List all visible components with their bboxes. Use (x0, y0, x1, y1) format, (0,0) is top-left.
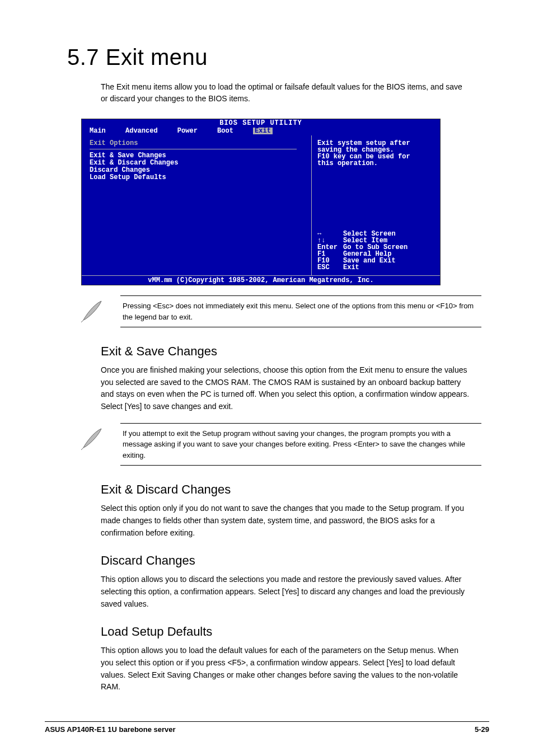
section-heading: 5.7 Exit menu (67, 45, 489, 70)
paragraph-exit-discard: Select this option only if you do not wa… (101, 503, 470, 539)
bios-options-header: Exit Options (90, 140, 306, 147)
footer-page-number: 5-29 (475, 725, 489, 734)
bios-left-panel: Exit Options Exit & Save Changes Exit & … (82, 135, 311, 275)
bios-tab-power: Power (177, 128, 198, 134)
bios-divider (90, 149, 297, 149)
bios-tab-main: Main (90, 128, 106, 134)
bios-tabs: Main Advanced Power Boot Exit (82, 127, 440, 135)
subheading-exit-discard: Exit & Discard Changes (101, 482, 489, 497)
note-block-1: Pressing <Esc> does not immediately exit… (120, 295, 481, 327)
bios-tab-advanced: Advanced (125, 128, 158, 134)
paragraph-exit-save: Once you are finished making your select… (101, 364, 470, 413)
subheading-defaults: Load Setup Defaults (101, 624, 489, 639)
bios-item-save: Exit & Save Changes (90, 152, 306, 159)
bios-key-legend: ↔Select Screen ↑↓Select Item EnterGo to … (317, 231, 435, 271)
note-block-2: If you attempt to exit the Setup program… (120, 423, 481, 466)
bios-right-panel: Exit system setup after saving the chang… (311, 135, 440, 275)
bios-tab-boot: Boot (217, 128, 233, 134)
bios-item-defaults: Load Setup Defaults (90, 174, 306, 181)
quill-pen-icon (80, 299, 105, 323)
page-footer: ASUS AP140R-E1 1U barebone server 5-29 (45, 721, 489, 734)
paragraph-defaults: This option allows you to load the defau… (101, 645, 470, 693)
bios-item-discard: Discard Changes (90, 167, 306, 173)
intro-paragraph: The Exit menu items allow you to load th… (101, 81, 470, 105)
note-text-2: If you attempt to exit the Setup program… (120, 424, 481, 466)
bios-tab-exit-selected: Exit (253, 128, 273, 134)
bios-title: BIOS SETUP UTILITY (82, 119, 440, 127)
quill-pen-icon (80, 426, 105, 451)
subheading-discard: Discard Changes (101, 553, 489, 568)
help-line: this operation. (317, 160, 435, 167)
key-desc: Exit (343, 264, 359, 271)
key: ESC (317, 264, 343, 271)
bios-item-discard-exit: Exit & Discard Changes (90, 159, 306, 166)
bios-help-text: Exit system setup after saving the chang… (317, 140, 435, 167)
note-text-1: Pressing <Esc> does not immediately exit… (120, 296, 481, 327)
bios-screenshot: BIOS SETUP UTILITY Main Advanced Power B… (81, 119, 441, 285)
footer-product-ref: ASUS AP140R-E1 1U barebone server (45, 725, 176, 734)
paragraph-discard: This option allows you to discard the se… (101, 574, 470, 610)
bios-copyright-footer: vMM.mm (C)Copyright 1985-2002, American … (82, 275, 440, 285)
subheading-exit-save: Exit & Save Changes (101, 344, 489, 359)
